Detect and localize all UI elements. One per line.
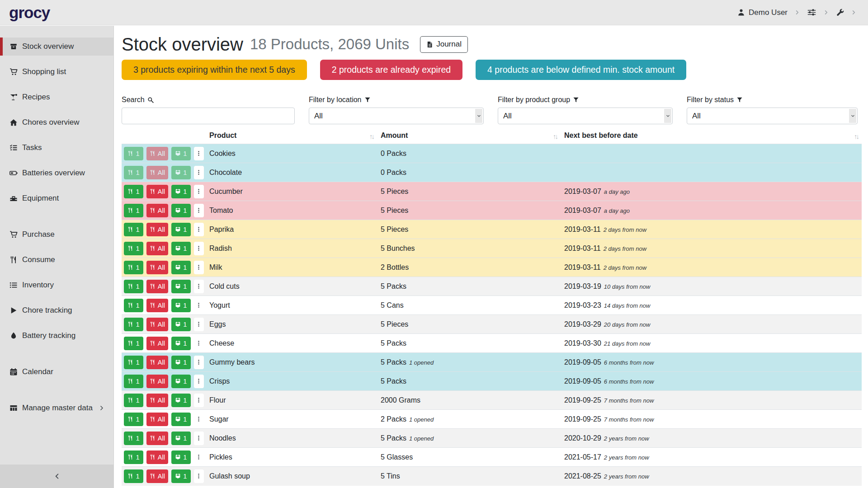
consume-all-button[interactable]: All — [146, 318, 168, 331]
sidebar-item[interactable]: Inventory — [0, 276, 113, 294]
open-one-button[interactable]: 1 — [171, 242, 191, 255]
row-menu-button[interactable] — [194, 413, 204, 426]
consume-one-button[interactable]: 1 — [124, 337, 143, 350]
open-one-button[interactable]: 1 — [171, 223, 191, 236]
sort-icon[interactable]: ↑↓ — [854, 132, 858, 140]
consume-one-button[interactable]: 1 — [124, 469, 143, 483]
consume-all-button[interactable]: All — [146, 450, 168, 464]
consume-one-button[interactable]: 1 — [124, 185, 143, 198]
consume-one-button[interactable]: 1 — [124, 242, 143, 255]
journal-button[interactable]: Journal — [420, 36, 468, 53]
sidebar-item[interactable]: Purchase — [0, 225, 113, 244]
consume-one-button[interactable]: 1 — [124, 356, 143, 369]
row-menu-button[interactable] — [194, 432, 204, 445]
user-menu[interactable]: Demo User — [737, 8, 788, 17]
row-menu-button[interactable] — [194, 166, 204, 179]
status-banner[interactable]: 2 products are already expired — [320, 60, 462, 80]
consume-all-button[interactable]: All — [146, 147, 168, 160]
consume-all-button[interactable]: All — [146, 394, 168, 407]
open-one-button[interactable]: 1 — [171, 318, 191, 331]
sidebar-item[interactable]: Stock overview — [0, 38, 113, 56]
row-menu-button[interactable] — [194, 394, 204, 407]
sidebar-item[interactable]: Calendar — [0, 363, 113, 381]
row-menu-button[interactable] — [194, 450, 204, 464]
consume-all-button[interactable]: All — [146, 432, 168, 445]
open-one-button[interactable]: 1 — [171, 432, 191, 445]
sidebar-collapse-button[interactable] — [0, 465, 113, 488]
status-banner[interactable]: 4 products are below defined min. stock … — [476, 60, 686, 80]
consume-all-button[interactable]: All — [146, 469, 168, 483]
consume-one-button[interactable]: 1 — [124, 394, 143, 407]
row-menu-button[interactable] — [194, 242, 204, 255]
filter-select[interactable]: All — [687, 108, 858, 124]
open-one-button[interactable]: 1 — [171, 469, 191, 483]
consume-one-button[interactable]: 1 — [124, 204, 143, 217]
consume-all-button[interactable]: All — [146, 223, 168, 236]
row-menu-button[interactable] — [194, 223, 204, 236]
sidebar-item[interactable]: Chore tracking — [0, 301, 113, 319]
consume-one-button[interactable]: 1 — [124, 261, 143, 274]
open-one-button[interactable]: 1 — [171, 147, 191, 160]
row-menu-button[interactable] — [194, 337, 204, 350]
sort-icon[interactable]: ↑↓ — [553, 132, 557, 140]
admin-menu[interactable] — [836, 9, 844, 17]
consume-one-button[interactable]: 1 — [124, 223, 143, 236]
sidebar-item[interactable]: Shopping list — [0, 63, 113, 81]
consume-one-button[interactable]: 1 — [124, 318, 143, 331]
row-menu-button[interactable] — [194, 261, 204, 274]
consume-all-button[interactable]: All — [146, 185, 168, 198]
consume-all-button[interactable]: All — [146, 261, 168, 274]
app-logo[interactable]: grocy — [9, 4, 50, 22]
open-one-button[interactable]: 1 — [171, 280, 191, 293]
product-column-header[interactable]: Product ↑↓ — [206, 128, 377, 144]
consume-all-button[interactable]: All — [146, 204, 168, 217]
sidebar-item[interactable]: Tasks — [0, 139, 113, 157]
consume-one-button[interactable]: 1 — [124, 432, 143, 445]
row-menu-button[interactable] — [194, 375, 204, 388]
open-one-button[interactable]: 1 — [171, 375, 191, 388]
sidebar-item[interactable]: Manage master data — [0, 399, 113, 417]
sidebar-item[interactable]: Batteries overview — [0, 164, 113, 182]
settings-menu[interactable] — [807, 8, 816, 17]
filter-select[interactable]: All — [498, 108, 673, 124]
consume-all-button[interactable]: All — [146, 375, 168, 388]
consume-all-button[interactable]: All — [146, 337, 168, 350]
row-menu-button[interactable] — [194, 204, 204, 217]
consume-one-button[interactable]: 1 — [124, 166, 143, 179]
open-one-button[interactable]: 1 — [171, 204, 191, 217]
amount-column-header[interactable]: Amount ↑↓ — [377, 128, 561, 144]
sidebar-item[interactable]: Chores overview — [0, 113, 113, 131]
sidebar-item[interactable]: Recipes — [0, 88, 113, 106]
open-one-button[interactable]: 1 — [171, 185, 191, 198]
sidebar-item[interactable]: Equipment — [0, 189, 113, 207]
search-input[interactable] — [122, 108, 295, 124]
row-menu-button[interactable] — [194, 356, 204, 369]
consume-all-button[interactable]: All — [146, 166, 168, 179]
open-one-button[interactable]: 1 — [171, 450, 191, 464]
consume-all-button[interactable]: All — [146, 242, 168, 255]
row-menu-button[interactable] — [194, 185, 204, 198]
open-one-button[interactable]: 1 — [171, 166, 191, 179]
row-menu-button[interactable] — [194, 299, 204, 312]
open-one-button[interactable]: 1 — [171, 356, 191, 369]
consume-one-button[interactable]: 1 — [124, 413, 143, 426]
sort-icon[interactable]: ↑↓ — [369, 132, 373, 140]
open-one-button[interactable]: 1 — [171, 337, 191, 350]
open-one-button[interactable]: 1 — [171, 413, 191, 426]
consume-one-button[interactable]: 1 — [124, 375, 143, 388]
consume-one-button[interactable]: 1 — [124, 147, 143, 160]
open-one-button[interactable]: 1 — [171, 299, 191, 312]
status-banner[interactable]: 3 products expiring within the next 5 da… — [122, 60, 307, 80]
consume-all-button[interactable]: All — [146, 413, 168, 426]
sidebar-item[interactable]: Battery tracking — [0, 327, 113, 345]
open-one-button[interactable]: 1 — [171, 394, 191, 407]
row-menu-button[interactable] — [194, 280, 204, 293]
open-one-button[interactable]: 1 — [171, 261, 191, 274]
consume-one-button[interactable]: 1 — [124, 280, 143, 293]
sidebar-item[interactable]: Consume — [0, 251, 113, 269]
row-menu-button[interactable] — [194, 318, 204, 331]
filter-select[interactable]: All — [309, 108, 484, 124]
row-menu-button[interactable] — [194, 469, 204, 483]
consume-one-button[interactable]: 1 — [124, 299, 143, 312]
consume-all-button[interactable]: All — [146, 280, 168, 293]
